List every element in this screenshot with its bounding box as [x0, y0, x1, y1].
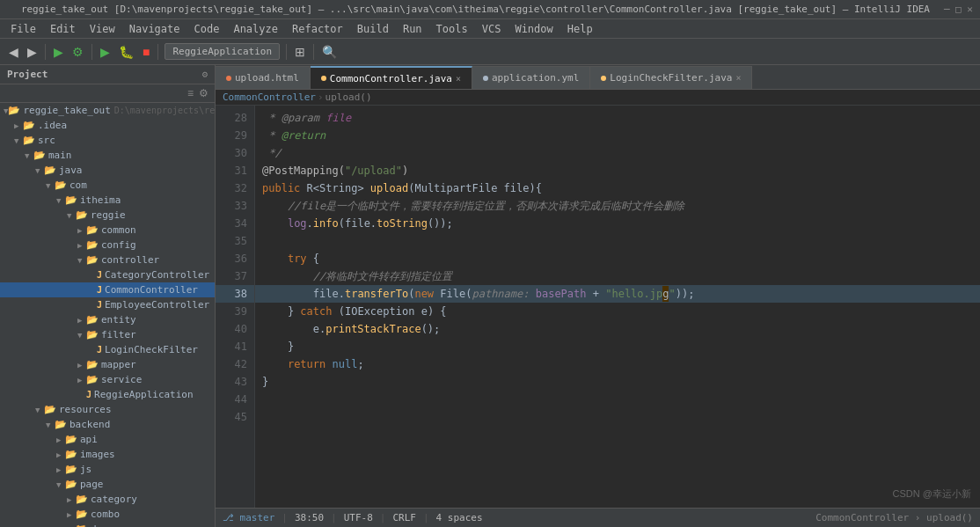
code-line-30[interactable]: */	[255, 144, 980, 162]
code-line-35[interactable]	[255, 232, 980, 250]
tree-icon-folder: 📂	[65, 464, 77, 475]
tree-item-idea[interactable]: ▶📂.idea	[0, 118, 215, 133]
menu-item-view[interactable]: View	[83, 21, 122, 37]
tree-item-CommonController[interactable]: JCommonController	[0, 282, 215, 297]
tree-item-js[interactable]: ▶📂js	[0, 462, 215, 477]
menu-item-analyze[interactable]: Analyze	[226, 21, 285, 37]
tree-item-entity[interactable]: ▶📂entity	[0, 312, 215, 327]
tree-item-category[interactable]: ▶📂category	[0, 492, 215, 507]
code-line-40[interactable]: e.printStackTrace();	[255, 320, 980, 338]
code-line-43[interactable]: }	[255, 373, 980, 391]
back-button[interactable]: ◀	[5, 43, 22, 61]
tab-CommonController[interactable]: CommonController.java×	[311, 66, 472, 89]
tree-item-reggie[interactable]: ▼📂reggie	[0, 208, 215, 223]
menu-item-window[interactable]: Window	[508, 21, 559, 37]
title-bar-text: reggie_take_out [D:\mavenprojects\reggie…	[7, 4, 944, 15]
tree-item-demo[interactable]: ▼📂demo	[0, 522, 215, 527]
watermark: CSDN @幸运小新	[893, 487, 971, 501]
status-sep3: |	[380, 512, 386, 523]
code-line-33[interactable]: //file是一个临时文件，需要转存到指定位置，否则本次请求完成后临时文件会删除	[255, 197, 980, 215]
tab-LoginCheckFilter[interactable]: LoginCheckFilter.java×	[590, 66, 752, 89]
code-line-39[interactable]: } catch (IOException e) {	[255, 303, 980, 320]
tree-item-controller[interactable]: ▼📂controller	[0, 253, 215, 267]
gear-settings-button[interactable]: ⚙	[196, 86, 211, 100]
tree-item-page[interactable]: ▼📂page	[0, 477, 215, 492]
code-content[interactable]: * @param file * @return */@PostMapping("…	[255, 106, 980, 508]
tree-arrow-main: ▼	[25, 151, 33, 160]
menu-item-tools[interactable]: Tools	[429, 21, 475, 37]
debug-button[interactable]: 🐛	[115, 43, 137, 61]
gear-icon[interactable]: ⚙	[201, 69, 208, 80]
code-line-32[interactable]: public R<String> upload(MultipartFile fi…	[255, 179, 980, 197]
code-line-34[interactable]: log.info(file.toString());	[255, 215, 980, 232]
code-line-37[interactable]: //将临时文件转存到指定位置	[255, 267, 980, 285]
stop-button[interactable]: ■	[139, 43, 153, 61]
tree-item-src[interactable]: ▼📂src	[0, 133, 215, 148]
window-controls: ─ □ ✕	[944, 4, 973, 15]
collapse-all-button[interactable]: ≡	[185, 86, 196, 100]
build-config-button[interactable]: ⚙	[69, 43, 87, 61]
tree-item-main[interactable]: ▼📂main	[0, 148, 215, 163]
tree-item-config[interactable]: ▶📂config	[0, 238, 215, 253]
tree-item-EmployeeController[interactable]: JEmployeeController	[0, 297, 215, 312]
search-button[interactable]: 🔍	[318, 43, 340, 61]
code-line-31[interactable]: @PostMapping("/upload")	[255, 162, 980, 179]
menu-item-help[interactable]: Help	[560, 21, 600, 37]
tree-arrow-controller: ▼	[77, 256, 86, 265]
editor-area: upload.htmlCommonController.java×applica…	[216, 65, 980, 527]
line-num-44: 44	[216, 391, 254, 408]
tree-item-api[interactable]: ▶📂api	[0, 432, 215, 447]
tree-label-combo: combo	[91, 509, 120, 520]
menu-item-file[interactable]: File	[4, 21, 43, 37]
tree-icon-java: J	[97, 299, 102, 311]
sidebar-header: Project ⚙	[0, 65, 215, 84]
tree-item-images[interactable]: ▶📂images	[0, 447, 215, 462]
code-line-38[interactable]: file.transferTo(new File(pathname: baseP…	[255, 285, 980, 303]
breadcrumb: CommonController › upload()	[216, 90, 980, 106]
status-sep4: |	[423, 512, 429, 523]
tab-label-upload_html: upload.html	[235, 72, 299, 84]
menu-item-refactor[interactable]: Refactor	[285, 21, 350, 37]
code-line-36[interactable]: try {	[255, 250, 980, 267]
tree-label-CommonController: CommonController	[105, 284, 198, 296]
menu-item-build[interactable]: Build	[350, 21, 396, 37]
git-button[interactable]: ⊞	[291, 43, 309, 61]
menu-item-run[interactable]: Run	[396, 21, 429, 37]
code-line-29[interactable]: * @return	[255, 127, 980, 144]
tree-item-combo[interactable]: ▶📂combo	[0, 507, 215, 522]
tree-item-java[interactable]: ▼📂java	[0, 163, 215, 178]
forward-button[interactable]: ▶	[24, 43, 40, 61]
tree-arrow-common: ▶	[77, 226, 86, 235]
tree-item-filter[interactable]: ▼📂filter	[0, 327, 215, 342]
tree-item-LoginCheckFilter[interactable]: JLoginCheckFilter	[0, 342, 215, 357]
menu-item-vcs[interactable]: VCS	[475, 21, 508, 37]
tab-close-CommonController[interactable]: ×	[456, 74, 461, 84]
menu-item-navigate[interactable]: Navigate	[122, 21, 187, 37]
tab-upload_html[interactable]: upload.html	[216, 66, 311, 89]
tree-item-CategoryController[interactable]: JCategoryController	[0, 267, 215, 282]
run-button[interactable]: ▶	[97, 43, 113, 61]
tree-item-itheima[interactable]: ▼📂itheima	[0, 193, 215, 208]
code-line-44[interactable]	[255, 391, 980, 408]
tree-item-mapper[interactable]: ▶📂mapper	[0, 357, 215, 372]
menu-bar: FileEditViewNavigateCodeAnalyzeRefactorB…	[0, 19, 980, 39]
tree-item-reggie_take_out[interactable]: ▼📂reggie_take_outD:\mavenprojects\reggie…	[0, 103, 215, 118]
menu-item-code[interactable]: Code	[187, 21, 227, 37]
tab-application_yml[interactable]: application.yml	[472, 66, 590, 89]
tree-item-resources[interactable]: ▼📂resources	[0, 402, 215, 417]
tree-item-service[interactable]: ▶📂service	[0, 372, 215, 387]
tree-item-backend[interactable]: ▼📂backend	[0, 417, 215, 432]
tree-item-common[interactable]: ▶📂common	[0, 223, 215, 238]
code-line-45[interactable]	[255, 408, 980, 426]
tree-item-ReggieApplication[interactable]: JReggieApplication	[0, 387, 215, 402]
menu-item-edit[interactable]: Edit	[43, 21, 83, 37]
tab-close-LoginCheckFilter[interactable]: ×	[735, 73, 741, 83]
build-button[interactable]: ▶	[50, 43, 67, 61]
tree-arrow-backend: ▼	[46, 421, 55, 429]
code-line-42[interactable]: return null;	[255, 355, 980, 373]
code-line-28[interactable]: * @param file	[255, 109, 980, 127]
tree-icon-folder: 📂	[65, 194, 77, 206]
tree-item-com[interactable]: ▼📂com	[0, 178, 215, 193]
tree-label-idea: .idea	[38, 120, 67, 131]
code-line-41[interactable]: }	[255, 338, 980, 355]
